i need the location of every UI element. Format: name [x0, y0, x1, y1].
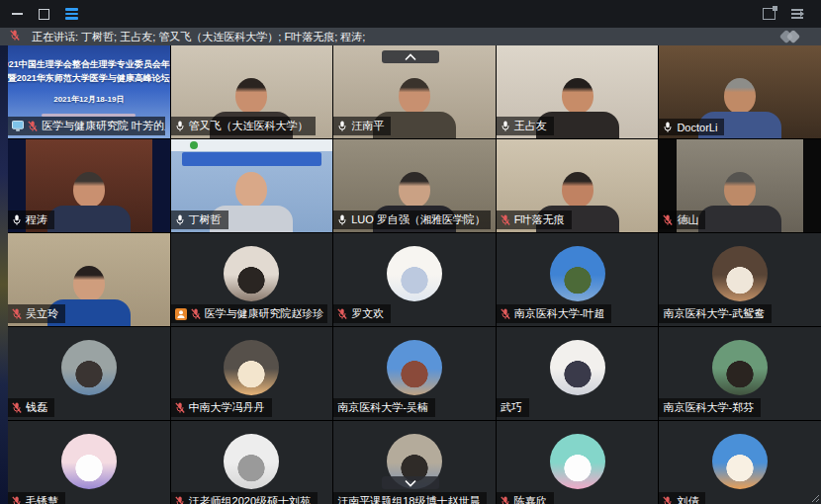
- menu-icon[interactable]: [65, 8, 78, 20]
- participant-name: 南京医科大学-郑芬: [663, 400, 754, 415]
- tile-label: DoctorLi: [659, 119, 724, 135]
- avatar: [387, 246, 442, 301]
- participant-tile[interactable]: 钱磊: [8, 327, 170, 420]
- participant-tile[interactable]: F叶落无痕: [497, 139, 659, 232]
- participant-tile[interactable]: 管又飞（大连医科大学）: [171, 45, 333, 138]
- mic-muted-icon: [12, 401, 22, 414]
- tile-label: 南京医科大学-叶超: [497, 304, 612, 323]
- avatar: [387, 340, 442, 395]
- avatar: [712, 434, 768, 489]
- participant-name: 毛锈慧: [26, 494, 58, 504]
- participant-tile[interactable]: 2021中国生理学会整合生理学专业委员会年会暨2021华东师范大学医学与健康高峰…: [8, 45, 170, 138]
- avatar: [224, 434, 279, 489]
- mic-muted-icon: [337, 307, 347, 320]
- mic-muted-icon: [12, 307, 22, 320]
- double-diamond-logo: [779, 30, 805, 43]
- participant-face: [399, 172, 430, 208]
- participant-face: [399, 78, 430, 114]
- speaking-mic-icon: [10, 28, 20, 45]
- resize-handle[interactable]: [811, 494, 820, 503]
- participant-tile[interactable]: 南京医科大学-武鸳鸯: [659, 233, 821, 326]
- virtual-bg-banner: [182, 152, 321, 166]
- tile-label: 毛锈慧: [8, 492, 65, 504]
- mic-on-icon: [175, 120, 185, 132]
- participant-tile[interactable]: DoctorLi: [659, 45, 821, 138]
- slide-title-line2: 暨2021华东师范大学医学与健康高峰论坛: [8, 72, 170, 86]
- tile-label: 丁树哲: [171, 210, 228, 229]
- avatar: [61, 340, 117, 395]
- participant-name: 武巧: [501, 400, 522, 415]
- video-stage: 2021中国生理学会整合生理学专业委员会年会暨2021华东师范大学医学与健康高峰…: [0, 45, 821, 504]
- mic-on-icon: [337, 120, 347, 132]
- participant-tile[interactable]: 南京医科大学-郑芬: [659, 327, 821, 420]
- participant-tile[interactable]: 医学与健康研究院赵珍珍: [171, 233, 333, 326]
- maximize-icon[interactable]: [39, 9, 49, 20]
- chevron-up-icon: [405, 53, 416, 61]
- participant-tile[interactable]: 陈嘉欣: [497, 421, 659, 504]
- tile-label: 南京医科大学-郑芬: [659, 398, 761, 417]
- participant-tile[interactable]: LUO 罗自强（湘雅医学院）: [333, 139, 496, 232]
- participant-name: LUO 罗自强（湘雅医学院）: [351, 212, 486, 227]
- participant-tile[interactable]: 刘倩: [659, 421, 821, 504]
- participant-tile[interactable]: 德山: [659, 139, 821, 232]
- tile-label: 南京医科大学-吴楠: [333, 398, 435, 417]
- mic-muted-icon: [175, 495, 185, 504]
- avatar: [550, 434, 605, 489]
- tile-label: 罗文欢: [333, 304, 391, 323]
- avatar: [61, 434, 117, 489]
- participant-tile[interactable]: 中南大学冯丹丹: [171, 327, 333, 420]
- participant-name: 程涛: [26, 212, 47, 227]
- participant-face: [235, 78, 267, 114]
- minimize-icon[interactable]: [12, 13, 23, 15]
- participant-name: DoctorLi: [677, 122, 717, 133]
- chevron-down-icon: [405, 479, 416, 487]
- participant-body: [698, 206, 781, 232]
- tile-label: 管又飞（大连医科大学）: [171, 117, 316, 135]
- participant-name: 医学与健康研究院赵珍珍: [205, 306, 324, 321]
- tile-label: 吴立玲: [8, 304, 65, 323]
- participant-tile[interactable]: 汪南平课题组18级博士赵世晨: [333, 421, 496, 504]
- mic-on-icon: [12, 213, 22, 226]
- mic-muted-icon: [191, 307, 201, 320]
- tile-label: 钱磊: [8, 398, 54, 417]
- participant-tile[interactable]: 南京医科大学-吴楠: [333, 327, 496, 420]
- avatar: [550, 340, 605, 395]
- participant-tile[interactable]: 程涛: [8, 139, 170, 232]
- scroll-up-button[interactable]: [382, 50, 439, 63]
- participant-name: 陈嘉欣: [514, 494, 547, 504]
- tile-label: 陈嘉欣: [497, 492, 554, 504]
- slide-date: 2021年12月18-19日: [53, 94, 124, 105]
- participant-tile[interactable]: 汪老师组2020级硕士刘苑: [171, 421, 333, 504]
- exit-fullscreen-icon[interactable]: [791, 9, 803, 19]
- slide-title-line1: 2021中国生理学会整合生理学专业委员会年会: [8, 58, 170, 72]
- scroll-down-button[interactable]: [382, 476, 439, 489]
- participant-tile[interactable]: 毛锈慧: [8, 421, 170, 504]
- participant-tile[interactable]: 罗文欢: [333, 233, 496, 326]
- switch-layout-icon[interactable]: [763, 8, 775, 20]
- participant-name: 德山: [677, 212, 698, 227]
- participant-name: F叶落无痕: [514, 212, 565, 227]
- participant-name: 王占友: [514, 119, 547, 133]
- participant-tile[interactable]: 武巧: [497, 327, 659, 420]
- mic-muted-icon: [501, 495, 510, 504]
- mic-muted-icon: [28, 120, 38, 132]
- tile-label: 中南大学冯丹丹: [171, 398, 272, 417]
- speaking-text: 正在讲话: 丁树哲; 王占友; 管又飞（大连医科大学）; F叶落无痕; 程涛;: [32, 28, 365, 45]
- participant-name: 南京医科大学-吴楠: [337, 400, 428, 415]
- participant-name: 汪南平: [351, 119, 384, 133]
- participant-face: [724, 172, 756, 208]
- avatar: [550, 246, 605, 301]
- virtual-bg-logo-strip: [171, 139, 333, 151]
- tile-label: LUO 罗自强（湘雅医学院）: [333, 210, 491, 229]
- participant-tile[interactable]: 王占友: [497, 45, 659, 138]
- participant-tile[interactable]: 南京医科大学-叶超: [497, 233, 659, 326]
- participant-face: [73, 266, 105, 301]
- tile-label: 王占友: [497, 117, 554, 135]
- tile-label: 医学与健康研究院赵珍珍: [171, 304, 328, 323]
- participant-tile[interactable]: 丁树哲: [171, 139, 333, 232]
- tile-label: F叶落无痕: [497, 210, 572, 229]
- participant-name: 管又飞（大连医科大学）: [189, 119, 309, 133]
- mic-on-icon: [501, 120, 510, 132]
- participant-tile[interactable]: 吴立玲: [8, 233, 170, 326]
- avatar: [712, 340, 768, 395]
